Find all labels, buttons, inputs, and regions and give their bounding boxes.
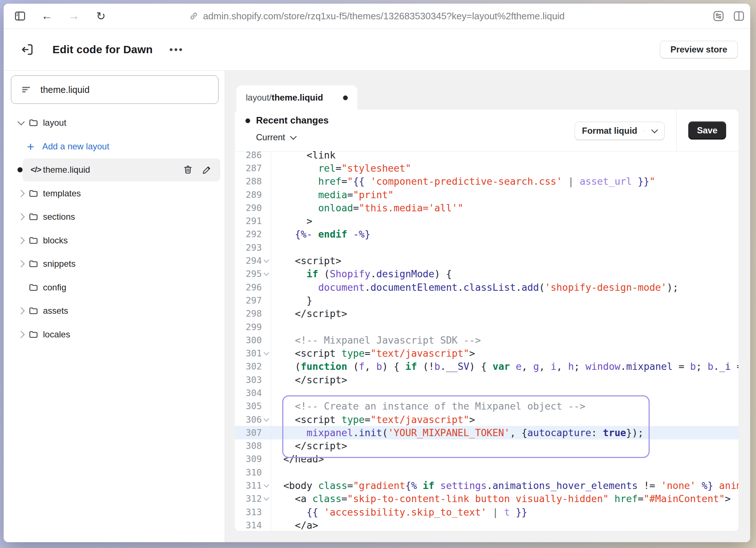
rename-file-icon[interactable]	[202, 165, 212, 175]
folder-label: blocks	[43, 235, 68, 246]
code-line[interactable]: 297 }	[235, 294, 739, 307]
code-line[interactable]: 296 document.documentElement.classList.a…	[235, 281, 739, 294]
fold-chevron-icon[interactable]	[262, 484, 271, 487]
sidebar-item-locales[interactable]: locales	[4, 323, 225, 347]
chevron-right-icon[interactable]	[17, 229, 25, 253]
page-settings-icon[interactable]	[710, 4, 727, 28]
code-line[interactable]: 307 mixpanel.init('YOUR_MIXPANEL_TOKEN',…	[235, 426, 739, 439]
code-line[interactable]: 298 </script>	[235, 307, 739, 320]
browser-window: ← → ↻ admin.shopify.com/store/rzq1xu-f5/…	[4, 4, 750, 542]
code-text: </head>	[271, 453, 324, 465]
tab-path-prefix: layout/	[246, 93, 272, 103]
code-text: <body class="gradient{% if settings.anim…	[271, 480, 739, 491]
format-options-caret[interactable]	[644, 130, 664, 132]
code-line[interactable]: 304	[235, 386, 739, 399]
line-number: 311	[235, 480, 262, 491]
line-number: 299	[235, 322, 262, 332]
code-text: media="print"	[271, 189, 394, 200]
code-line[interactable]: 314 </a>	[235, 518, 739, 531]
editor-panel: Recent changes Current Format liquid Sav…	[235, 110, 739, 531]
chevron-right-icon[interactable]	[17, 182, 25, 206]
fold-chevron-icon[interactable]	[262, 418, 271, 421]
code-text: <link	[271, 151, 336, 161]
fold-chevron-icon[interactable]	[262, 352, 271, 355]
line-number: 289	[235, 189, 262, 200]
line-number: 291	[235, 216, 262, 226]
file-search-input[interactable]	[40, 84, 211, 95]
code-line[interactable]: 292 {%- endif -%}	[235, 228, 739, 241]
code-line[interactable]: 313 {{ 'accessibility.skip_to_text' | t …	[235, 505, 739, 518]
chevron-right-icon[interactable]	[17, 299, 25, 323]
code-text: <script>	[271, 255, 341, 266]
format-liquid-button[interactable]: Format liquid	[575, 122, 665, 140]
line-number: 288	[235, 176, 262, 187]
code-line[interactable]: 311 <body class="gradient{% if settings.…	[235, 479, 739, 492]
code-text: <!-- Create an instance of the Mixpanel …	[271, 400, 586, 412]
delete-file-icon[interactable]	[183, 165, 193, 175]
code-line[interactable]: 286 <link	[235, 151, 739, 161]
code-line[interactable]: 309 </head>	[235, 453, 739, 466]
chevron-right-icon[interactable]	[17, 252, 25, 276]
sidebar-item-blocks[interactable]: blocks	[4, 229, 225, 253]
line-number: 313	[235, 507, 262, 517]
tab-theme-liquid[interactable]: layout/theme.liquid	[236, 85, 357, 110]
more-menu-icon[interactable]: •••	[169, 44, 184, 55]
code-line[interactable]: 300 <!-- Mixpanel Javascript SDK -->	[235, 333, 739, 347]
code-line[interactable]: 305 <!-- Create an instance of the Mixpa…	[235, 400, 739, 413]
save-button[interactable]: Save	[688, 121, 726, 140]
code-line[interactable]: 303 </script>	[235, 373, 739, 386]
line-number: 312	[235, 493, 262, 504]
add-new-layout-link[interactable]: +Add a new layout	[4, 135, 225, 158]
fold-chevron-icon[interactable]	[262, 259, 271, 262]
code-line[interactable]: 287 rel="stylesheet"	[235, 161, 739, 175]
line-number: 308	[235, 441, 262, 451]
folder-label: layout	[43, 118, 66, 128]
sidebar-item-snippets[interactable]: snippets	[4, 252, 225, 276]
code-line[interactable]: 299	[235, 320, 739, 333]
plus-icon: +	[27, 139, 34, 153]
code-text: rel="stylesheet"	[271, 163, 411, 174]
address-bar[interactable]: admin.shopify.com/store/rzq1xu-f5/themes…	[120, 4, 634, 28]
code-line[interactable]: 290 onload="this.media='all'"	[235, 201, 739, 214]
code-line[interactable]: 294 <script>	[235, 254, 739, 267]
sidebar-item-assets[interactable]: assets	[4, 299, 225, 323]
chevron-right-icon[interactable]	[17, 323, 25, 347]
sidebar-item-config[interactable]: config	[4, 276, 225, 300]
code-line[interactable]: 295 if (Shopify.designMode) {	[235, 267, 739, 281]
folder-label: snippets	[43, 259, 75, 269]
sidebar-item-sections[interactable]: sections	[4, 205, 225, 229]
code-line[interactable]: 301 <script type="text/javascript">	[235, 347, 739, 360]
version-selector[interactable]: Current	[256, 132, 296, 142]
sidebar-item-templates[interactable]: templates	[4, 182, 225, 206]
forward-icon[interactable]: →	[66, 4, 82, 28]
split-view-icon[interactable]	[731, 4, 747, 28]
folder-label: config	[43, 282, 66, 293]
chevron-down-icon[interactable]	[17, 111, 25, 135]
folder-icon	[28, 329, 39, 340]
code-line[interactable]: 291 >	[235, 214, 739, 227]
code-line[interactable]: 308 </script>	[235, 439, 739, 453]
preview-store-button[interactable]: Preview store	[660, 41, 738, 58]
code-line[interactable]: 289 media="print"	[235, 188, 739, 201]
code-line[interactable]: 293	[235, 241, 739, 254]
code-area[interactable]: 286 <link287 rel="stylesheet"288 href="{…	[235, 151, 739, 531]
code-line[interactable]: 312 <a class="skip-to-content-link butto…	[235, 492, 739, 505]
reload-icon[interactable]: ↻	[92, 4, 109, 28]
back-icon[interactable]: ←	[39, 4, 55, 28]
file-search-box[interactable]	[11, 75, 218, 104]
chevron-right-icon[interactable]	[17, 205, 25, 229]
unsaved-dot	[17, 167, 23, 172]
code-line[interactable]: 288 href="{{ 'component-predictive-searc…	[235, 175, 739, 188]
line-number: 309	[235, 454, 262, 464]
sidebar-item-theme-liquid[interactable]: </>theme.liquid	[4, 158, 225, 182]
code-line[interactable]: 306 <script type="text/javascript">	[235, 413, 739, 426]
sidebar-item-layout[interactable]: layout	[4, 111, 225, 135]
exit-icon[interactable]	[20, 43, 34, 56]
fold-chevron-icon[interactable]	[262, 497, 271, 500]
line-number: 297	[235, 295, 262, 306]
fold-chevron-icon[interactable]	[262, 273, 271, 275]
code-line[interactable]: 302 (function (f, b) { if (!b.__SV) { va…	[235, 360, 739, 373]
sidebar-toggle-icon[interactable]	[12, 4, 28, 28]
code-line[interactable]: 310	[235, 466, 739, 479]
folder-icon	[28, 282, 39, 293]
